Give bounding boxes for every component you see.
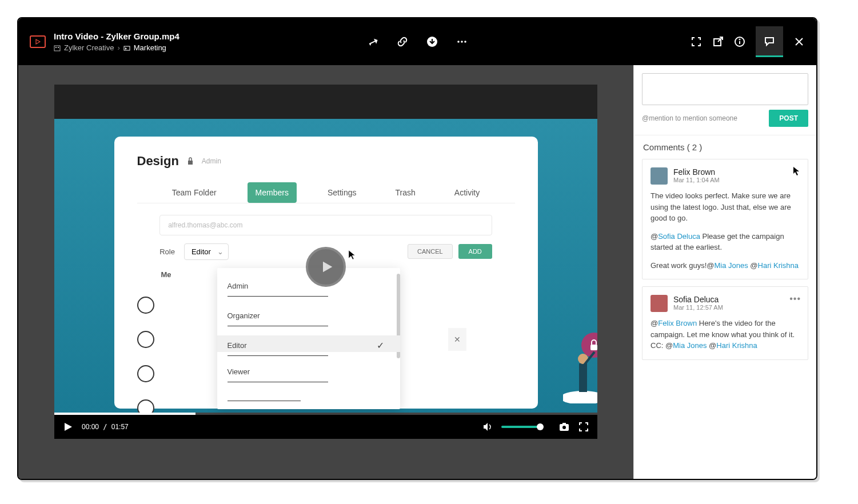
breadcrumb-org[interactable]: Zylker Creative bbox=[64, 43, 114, 52]
mention[interactable]: Mia Jones bbox=[714, 261, 748, 270]
fullscreen-icon[interactable] bbox=[691, 36, 702, 47]
svg-point-5 bbox=[457, 41, 460, 43]
comment-input[interactable] bbox=[642, 73, 808, 105]
breadcrumb-separator: › bbox=[117, 43, 119, 52]
video-file-icon bbox=[30, 35, 46, 48]
mock-tabs: Team Folder Members Settings Trash Activ… bbox=[137, 182, 515, 203]
comment-body: @Felix Brown Here's the video for the ca… bbox=[651, 318, 800, 351]
comment-card: Felix Brown Mar 11, 1:04 AM The video lo… bbox=[642, 159, 808, 279]
mock-cancel-button: CANCEL bbox=[408, 244, 453, 259]
share-icon[interactable] bbox=[367, 36, 378, 47]
header: Intro Video - Zylker Group.mp4 Zylker Cr… bbox=[18, 18, 816, 65]
mock-add-button: ADD bbox=[458, 244, 492, 259]
app-frame: Intro Video - Zylker Group.mp4 Zylker Cr… bbox=[17, 17, 817, 480]
mock-avatar bbox=[137, 365, 154, 382]
mock-tab: Settings bbox=[320, 182, 365, 203]
expand-icon[interactable] bbox=[578, 421, 589, 433]
video-area: Design Admin Team Folder Members Setting… bbox=[18, 65, 633, 479]
svg-rect-1 bbox=[55, 47, 57, 48]
svg-rect-2 bbox=[58, 47, 59, 48]
svg-point-11 bbox=[740, 39, 740, 40]
video-controls: 00:00 / 01:57 bbox=[54, 415, 597, 439]
time-display: 00:00 / 01:57 bbox=[82, 423, 129, 431]
info-icon[interactable] bbox=[734, 36, 745, 47]
mock-admin-label: Admin bbox=[202, 157, 221, 165]
header-center-actions bbox=[367, 36, 468, 47]
mock-illustration bbox=[563, 335, 597, 403]
svg-rect-22 bbox=[562, 423, 566, 425]
download-icon[interactable] bbox=[426, 36, 438, 47]
mention[interactable]: Mia Jones bbox=[673, 341, 707, 350]
folder-icon bbox=[123, 45, 130, 51]
svg-rect-0 bbox=[54, 46, 60, 51]
comments-header: Comments ( 2 ) bbox=[634, 135, 816, 159]
open-external-icon[interactable] bbox=[712, 36, 724, 47]
video-canvas[interactable]: Design Admin Team Folder Members Setting… bbox=[54, 85, 597, 439]
svg-point-16 bbox=[563, 391, 597, 403]
mock-tab: Activity bbox=[446, 182, 488, 203]
mock-title: Design bbox=[137, 154, 179, 169]
comments-toggle-icon[interactable] bbox=[756, 26, 783, 57]
mock-avatar bbox=[137, 331, 154, 348]
mention[interactable]: Felix Brown bbox=[658, 319, 697, 327]
mock-remove-icon: ✕ bbox=[448, 328, 466, 351]
mention-hint: @mention to mention someone bbox=[642, 114, 737, 122]
volume-slider[interactable] bbox=[501, 426, 541, 428]
svg-point-21 bbox=[562, 426, 566, 429]
breadcrumb-folder[interactable]: Marketing bbox=[134, 43, 166, 52]
comment-author: Felix Brown bbox=[673, 167, 720, 177]
avatar bbox=[651, 167, 668, 185]
breadcrumb: Zylker Creative › Marketing bbox=[54, 43, 179, 52]
mock-tab-active: Members bbox=[248, 182, 297, 203]
mention[interactable]: Hari Krishna bbox=[758, 261, 799, 270]
svg-rect-17 bbox=[579, 363, 587, 392]
mock-avatar bbox=[137, 297, 154, 314]
svg-point-7 bbox=[464, 41, 466, 43]
mock-tab: Trash bbox=[388, 182, 424, 203]
volume-icon[interactable] bbox=[482, 421, 493, 433]
comment-time: Mar 11, 1:04 AM bbox=[673, 177, 720, 183]
svg-rect-14 bbox=[188, 161, 193, 165]
lock-icon bbox=[187, 157, 194, 165]
comments-list: Felix Brown Mar 11, 1:04 AM The video lo… bbox=[634, 159, 816, 479]
comment-compose: @mention to mention someone POST bbox=[634, 65, 816, 135]
header-left: Intro Video - Zylker Group.mp4 Zylker Cr… bbox=[30, 31, 179, 52]
play-button[interactable] bbox=[306, 247, 346, 287]
header-right-actions bbox=[691, 26, 805, 57]
mock-role-label: Role bbox=[159, 247, 175, 256]
comment-author: Sofia Deluca bbox=[673, 295, 723, 304]
avatar bbox=[651, 295, 668, 312]
mock-role-select: Editor ⌄ bbox=[184, 243, 229, 260]
file-title: Intro Video - Zylker Group.mp4 bbox=[54, 31, 179, 41]
video-frame: Design Admin Team Folder Members Setting… bbox=[54, 119, 597, 415]
svg-point-6 bbox=[461, 41, 463, 43]
svg-rect-3 bbox=[124, 46, 130, 50]
snapshot-icon[interactable] bbox=[558, 421, 570, 433]
comment-more-icon[interactable]: ••• bbox=[789, 294, 801, 304]
post-button[interactable]: POST bbox=[769, 110, 808, 127]
mock-tab: Team Folder bbox=[164, 182, 225, 203]
close-icon[interactable] bbox=[793, 36, 805, 47]
mock-email-input: alfred.thomas@abc.com bbox=[159, 215, 492, 235]
comment-more-icon[interactable] bbox=[793, 166, 801, 179]
cursor-icon bbox=[348, 249, 357, 263]
comments-panel: @mention to mention someone POST Comment… bbox=[633, 65, 816, 479]
video-progress[interactable] bbox=[54, 413, 597, 415]
video-stage: Design Admin Team Folder Members Setting… bbox=[18, 71, 633, 479]
mock-role-dropdown: Admin Organizer Editor Viewer bbox=[217, 268, 400, 409]
comment-body: The video looks perfect. Make sure we ar… bbox=[651, 190, 800, 271]
body: Design Admin Team Folder Members Setting… bbox=[18, 65, 816, 479]
comment-time: Mar 11, 12:57 AM bbox=[673, 304, 723, 311]
video-top-bar bbox=[54, 85, 597, 119]
mention[interactable]: Sofia Deluca bbox=[658, 232, 700, 241]
play-pause-icon[interactable] bbox=[62, 421, 74, 433]
mention[interactable]: Hari Krishna bbox=[716, 341, 757, 350]
more-icon[interactable] bbox=[456, 36, 468, 47]
org-icon bbox=[54, 45, 61, 51]
comment-card: ••• Sofia Deluca Mar 11, 12:57 AM @Felix… bbox=[642, 286, 808, 360]
link-icon[interactable] bbox=[397, 36, 408, 47]
